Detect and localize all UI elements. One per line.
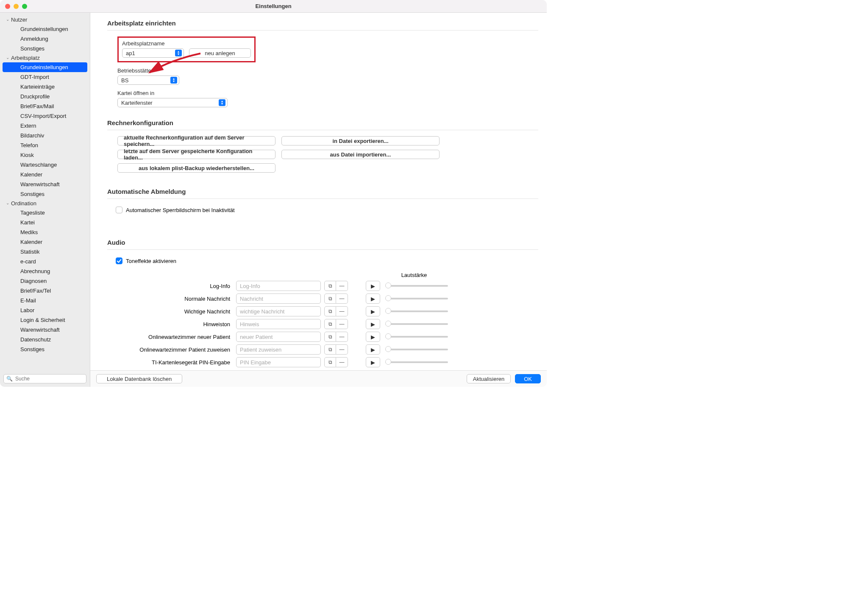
slider-thumb[interactable] [385, 295, 391, 301]
sidebar-item-e-card[interactable]: e-card [3, 257, 87, 266]
audio-sound-input[interactable]: wichtige Nachricht [236, 306, 321, 316]
save-config-server-button[interactable]: aktuelle Rechnerkonfiguration auf dem Se… [117, 136, 275, 145]
delete-local-db-button[interactable]: Lokale Datenbank löschen [96, 374, 182, 383]
volume-slider[interactable] [385, 310, 448, 312]
play-sound-button[interactable]: ▶ [366, 306, 380, 316]
sidebar-item-sonstiges[interactable]: Sonstiges [3, 189, 87, 199]
sidebar-group-label: Nutzer [11, 17, 27, 23]
sidebar-item-kartei[interactable]: Kartei [3, 218, 87, 227]
footer: Lokale Datenbank löschen Aktualisieren O… [90, 370, 547, 387]
sidebar-item-karteieintr-ge[interactable]: Karteieinträge [3, 82, 87, 92]
sidebar-item-kalender[interactable]: Kalender [3, 237, 87, 247]
sidebar-item-gdt-import[interactable]: GDT-Import [3, 72, 87, 82]
audio-row-label: Hinweiston [117, 321, 236, 327]
sidebar-item-warenwirtschaft[interactable]: Warenwirtschaft [3, 325, 87, 335]
slider-thumb[interactable] [385, 321, 391, 327]
audio-sound-input[interactable]: PIN Eingabe [236, 357, 321, 367]
workplace-name-select[interactable]: ap1 ▴▾ [122, 48, 184, 58]
clear-sound-button[interactable]: — [336, 281, 348, 291]
enable-sounds-checkbox[interactable] [116, 257, 122, 264]
export-config-file-button[interactable]: in Datei exportieren... [281, 136, 440, 145]
pick-sound-button[interactable]: ⧉ [324, 294, 336, 304]
slider-thumb[interactable] [385, 346, 391, 352]
sidebar-item-abrechnung[interactable]: Abrechnung [3, 266, 87, 276]
sidebar-item-bildarchiv[interactable]: Bildarchiv [3, 131, 87, 140]
import-config-file-button[interactable]: aus Datei importieren... [281, 150, 440, 159]
pick-sound-button[interactable]: ⧉ [324, 332, 336, 342]
sidebar-item-grundeinstellungen[interactable]: Grundeinstellungen [3, 24, 87, 34]
audio-sound-input[interactable]: Log-Info [236, 281, 321, 291]
sidebar-item-brief-fax-mail[interactable]: Brief/Fax/Mail [3, 101, 87, 111]
play-sound-button[interactable]: ▶ [366, 332, 380, 342]
slider-thumb[interactable] [385, 308, 391, 314]
slider-thumb[interactable] [385, 333, 391, 339]
play-sound-button[interactable]: ▶ [366, 344, 380, 355]
slider-thumb[interactable] [385, 359, 391, 365]
search-input[interactable]: 🔍 [3, 374, 86, 383]
clear-sound-button[interactable]: — [336, 319, 348, 329]
chevron-up-down-icon: ▴▾ [219, 99, 225, 106]
audio-sound-input[interactable]: Nachricht [236, 294, 321, 304]
auto-lock-checkbox[interactable] [116, 207, 122, 213]
sidebar-item-anmeldung[interactable]: Anmeldung [3, 34, 87, 44]
sidebar-item-e-mail[interactable]: E-Mail [3, 296, 87, 305]
sidebar-group-ordination[interactable]: ⌄Ordination [0, 199, 90, 208]
play-sound-button[interactable]: ▶ [366, 319, 380, 329]
sidebar-item-kalender[interactable]: Kalender [3, 170, 87, 179]
ok-button[interactable]: OK [515, 374, 541, 383]
clear-sound-button[interactable]: — [336, 344, 348, 355]
workplace-name-label: Arbeitsplatzname [122, 40, 251, 47]
volume-slider[interactable] [385, 349, 448, 350]
audio-row: Onlinewartezimmer Patient zuweisenPatien… [117, 344, 538, 355]
audio-sound-input[interactable]: Patient zuweisen [236, 344, 321, 355]
volume-slider[interactable] [385, 336, 448, 338]
sidebar-item-mediks[interactable]: Mediks [3, 227, 87, 237]
sidebar-item-telefon[interactable]: Telefon [3, 140, 87, 150]
clear-sound-button[interactable]: — [336, 294, 348, 304]
play-sound-button[interactable]: ▶ [366, 281, 380, 291]
play-icon: ▶ [371, 359, 375, 366]
volume-slider[interactable] [385, 323, 448, 325]
play-icon: ▶ [371, 296, 375, 302]
sidebar-item-druckprofile[interactable]: Druckprofile [3, 92, 87, 101]
pick-sound-button[interactable]: ⧉ [324, 319, 336, 329]
volume-slider[interactable] [385, 285, 448, 287]
sidebar-item-warenwirtschaft[interactable]: Warenwirtschaft [3, 179, 87, 189]
restore-plist-button[interactable]: aus lokalem plist-Backup wiederherstelle… [117, 163, 275, 173]
sidebar-item-sonstiges[interactable]: Sonstiges [3, 44, 87, 53]
open-in-select[interactable]: Karteifenster ▴▾ [117, 98, 228, 107]
load-config-server-button[interactable]: letzte auf dem Server gespeicherte Konfi… [117, 150, 275, 159]
volume-slider[interactable] [385, 298, 448, 299]
sidebar-item-labor[interactable]: Labor [3, 305, 87, 315]
sidebar-item-kiosk[interactable]: Kiosk [3, 150, 87, 160]
site-select[interactable]: BS ▴▾ [117, 75, 179, 85]
sidebar-item-datenschutz[interactable]: Datenschutz [3, 335, 87, 344]
sidebar-item-statistik[interactable]: Statistik [3, 247, 87, 257]
sidebar-item-grundeinstellungen[interactable]: Grundeinstellungen [3, 62, 87, 72]
sidebar-item-diagnosen[interactable]: Diagnosen [3, 276, 87, 286]
audio-sound-input[interactable]: neuer Patient [236, 332, 321, 342]
play-sound-button[interactable]: ▶ [366, 357, 380, 367]
sidebar-item-login-sicherheit[interactable]: Login & Sicherheit [3, 315, 87, 325]
clear-sound-button[interactable]: — [336, 332, 348, 342]
pick-sound-button[interactable]: ⧉ [324, 306, 336, 316]
pick-sound-button[interactable]: ⧉ [324, 357, 336, 367]
sidebar-group-nutzer[interactable]: ⌄Nutzer [0, 15, 90, 24]
refresh-button[interactable]: Aktualisieren [467, 374, 511, 383]
play-sound-button[interactable]: ▶ [366, 294, 380, 304]
audio-sound-input[interactable]: Hinweis [236, 319, 321, 329]
section-title-audio: Audio [107, 232, 538, 249]
volume-slider[interactable] [385, 361, 448, 363]
slider-thumb[interactable] [385, 282, 391, 288]
pick-sound-button[interactable]: ⧉ [324, 281, 336, 291]
clear-sound-button[interactable]: — [336, 306, 348, 316]
sidebar-item-csv-import-export[interactable]: CSV-Import/Export [3, 111, 87, 121]
sidebar-item-warteschlange[interactable]: Warteschlange [3, 160, 87, 170]
sidebar-group-arbeitsplatz[interactable]: ⌄Arbeitsplatz [0, 53, 90, 62]
sidebar-item-tagesliste[interactable]: Tagesliste [3, 208, 87, 218]
sidebar-item-brief-fax-tel[interactable]: Brief/Fax/Tel [3, 286, 87, 296]
sidebar-item-extern[interactable]: Extern [3, 121, 87, 131]
clear-sound-button[interactable]: — [336, 357, 348, 367]
pick-sound-button[interactable]: ⧉ [324, 344, 336, 355]
sidebar-item-sonstiges[interactable]: Sonstiges [3, 344, 87, 354]
